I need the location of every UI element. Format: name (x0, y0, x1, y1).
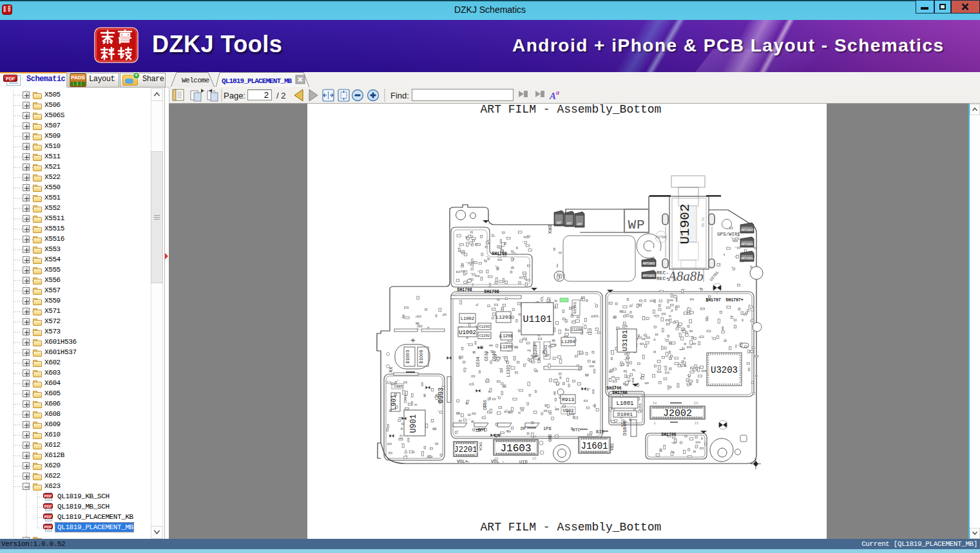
svg-text:14: 14 (532, 435, 537, 439)
svg-text:L1001: L1001 (616, 400, 633, 407)
svg-text:20: 20 (693, 401, 698, 406)
svg-text:D1001: D1001 (617, 411, 633, 417)
svg-text:SH1705: SH1705 (661, 433, 677, 437)
svg-text:Welcome: Welcome (182, 77, 209, 84)
svg-text:L1203: L1203 (495, 314, 511, 320)
svg-text:G1101: G1101 (573, 302, 577, 314)
svg-text:RX: RX (389, 366, 394, 372)
svg-text:ANT: ANT (556, 221, 561, 225)
svg-text:L1202: L1202 (533, 344, 538, 357)
svg-text:—: — (466, 459, 470, 464)
svg-text:D903: D903 (437, 388, 445, 403)
svg-text:VB1: VB1 (610, 443, 615, 451)
svg-text:WP: WP (628, 218, 645, 232)
svg-text:ANT1801: ANT1801 (643, 274, 655, 277)
svg-text:XX NO: XX NO (700, 217, 704, 227)
svg-text:R913: R913 (562, 397, 574, 402)
svg-text:D1008: D1008 (419, 350, 424, 363)
svg-text:A8a8b: A8a8b (667, 268, 704, 284)
svg-text:C633: C633 (485, 351, 489, 361)
svg-text:ANT: ANT (566, 222, 572, 225)
svg-text:DM: DM (495, 433, 500, 438)
svg-text:D1003: D1003 (405, 350, 410, 363)
svg-text:1P8: 1P8 (543, 426, 552, 431)
svg-text:SH1709: SH1709 (492, 252, 507, 256)
svg-text:SH1708: SH1708 (484, 290, 499, 294)
svg-text:J1601: J1601 (581, 441, 608, 451)
svg-text:UID: UID (519, 460, 528, 465)
svg-text:U_BOT: U_BOT (472, 427, 486, 433)
svg-text:ANT1803: ANT1803 (741, 229, 753, 232)
svg-text:U902: U902 (563, 408, 574, 413)
svg-text:SH1707+: SH1707+ (725, 298, 743, 303)
svg-text:U1002: U1002 (459, 330, 476, 336)
svg-text:C904: C904 (403, 395, 408, 404)
svg-text:C1203: C1203 (479, 324, 490, 329)
svg-text:GPS/WIFI: GPS/WIFI (717, 232, 740, 237)
svg-text:C1209: C1209 (572, 328, 582, 332)
svg-text:15: 15 (694, 421, 699, 426)
svg-text:L1002: L1002 (461, 316, 474, 321)
svg-text:U1902: U1902 (678, 203, 693, 244)
svg-text:F170A: F170A (656, 236, 666, 239)
svg-text:SH1707: SH1707 (706, 298, 721, 303)
svg-text:L1201: L1201 (544, 344, 548, 357)
svg-text:C905: C905 (394, 384, 403, 389)
svg-text:A: A (549, 91, 556, 101)
svg-text:U901: U901 (409, 415, 418, 433)
svg-text:C1202: C1202 (479, 333, 490, 338)
svg-text:L1101: L1101 (506, 364, 511, 377)
svg-text:J2002: J2002 (663, 408, 692, 419)
svg-text:J1603: J1603 (500, 443, 531, 455)
svg-text:NTC: NTC (572, 427, 581, 433)
svg-text:VOL -: VOL - (491, 459, 504, 464)
svg-text:D1606: D1606 (622, 420, 628, 436)
svg-text:U1101: U1101 (523, 314, 552, 325)
svg-text:QL1819_PLACEMENT_MB: QL1819_PLACEMENT_MB (222, 77, 293, 85)
svg-text:REC+: REC+ (657, 276, 669, 281)
svg-text:BID: BID (596, 429, 604, 435)
svg-text:ANT1802: ANT1802 (741, 243, 753, 246)
svg-text:ANT1801: ANT1801 (741, 257, 753, 260)
svg-text:38: 38 (652, 401, 657, 406)
svg-text:C635: C635 (492, 351, 497, 361)
svg-text:SH170A: SH170A (612, 391, 628, 395)
svg-text:L901: L901 (390, 395, 398, 410)
svg-text:L1205: L1205 (500, 345, 513, 350)
svg-text:GND: GND (548, 434, 553, 442)
svg-text:SH1706: SH1706 (606, 386, 622, 391)
svg-text:DRX: DRX (547, 225, 553, 234)
svg-text:15: 15 (532, 456, 537, 461)
svg-text:1: 1 (653, 421, 656, 426)
svg-text:a: a (556, 89, 559, 96)
svg-text:J2201: J2201 (454, 445, 477, 455)
svg-text:SH1708: SH1708 (457, 288, 472, 292)
svg-text:C634: C634 (476, 357, 481, 367)
svg-text:U3203: U3203 (711, 365, 738, 375)
svg-text:L1204: L1204 (561, 339, 575, 344)
svg-text:ANT1802: ANT1802 (643, 262, 655, 265)
svg-text:U3701: U3701 (709, 270, 720, 283)
svg-text:ANT: ANT (577, 223, 582, 226)
svg-text:U3101: U3101 (621, 330, 629, 351)
svg-text:+: + (410, 336, 416, 346)
svg-text:REC-: REC- (657, 270, 669, 276)
svg-text:VCHG: VCHG (479, 442, 483, 451)
svg-text:C636: C636 (483, 400, 488, 410)
svg-text:L1208: L1208 (500, 334, 513, 339)
